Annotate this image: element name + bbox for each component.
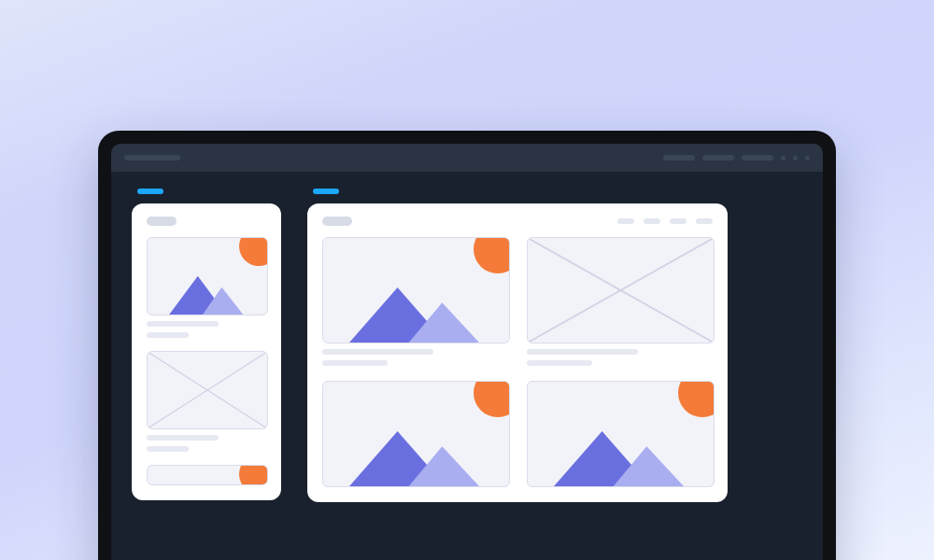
workspace xyxy=(111,172,823,560)
nav-link-placeholder[interactable] xyxy=(644,218,660,224)
card[interactable] xyxy=(147,237,266,338)
app-window xyxy=(111,144,823,560)
card-thumbnail-wireframe xyxy=(527,237,715,343)
card-grid xyxy=(322,237,713,487)
card-title-placeholder xyxy=(147,435,219,441)
canvas-column-desktop xyxy=(307,189,728,502)
sun-icon xyxy=(474,237,510,273)
panel-nav xyxy=(617,218,713,224)
card-thumbnail-wireframe xyxy=(147,351,268,429)
card[interactable] xyxy=(322,237,508,366)
sun-icon xyxy=(678,381,715,417)
window-control-dot[interactable] xyxy=(793,156,798,161)
card[interactable] xyxy=(147,465,266,485)
card-subtitle-placeholder xyxy=(527,360,592,366)
card-thumbnail xyxy=(322,381,510,487)
card-title-placeholder xyxy=(147,321,219,327)
card-thumbnail xyxy=(322,237,510,343)
mountain-icon xyxy=(323,424,509,486)
menu-item-placeholder[interactable] xyxy=(663,155,695,161)
card-thumbnail xyxy=(147,465,268,485)
tab-indicator[interactable] xyxy=(137,189,163,194)
sun-icon xyxy=(474,381,510,417)
card[interactable] xyxy=(527,381,713,487)
card-list xyxy=(147,237,266,485)
tab-indicator[interactable] xyxy=(313,189,339,194)
card-subtitle-placeholder xyxy=(147,446,189,452)
panel-title-placeholder xyxy=(147,217,177,226)
menu-item-placeholder[interactable] xyxy=(742,155,773,161)
card[interactable] xyxy=(147,351,266,452)
page-background xyxy=(0,0,934,560)
window-control-dot[interactable] xyxy=(805,156,810,161)
card-title-placeholder xyxy=(527,349,638,355)
mountain-icon xyxy=(148,269,267,315)
titlebar xyxy=(111,144,823,172)
card[interactable] xyxy=(322,381,508,487)
card-subtitle-placeholder xyxy=(147,332,189,338)
sun-icon xyxy=(239,237,268,266)
canvas-column-mobile xyxy=(132,189,281,500)
canvas-panel[interactable] xyxy=(132,203,281,500)
mountain-icon xyxy=(528,424,714,486)
card-thumbnail xyxy=(527,381,715,487)
app-title-placeholder xyxy=(124,155,180,161)
card[interactable] xyxy=(527,237,713,366)
card-subtitle-placeholder xyxy=(322,360,388,366)
canvas-panel[interactable] xyxy=(307,203,728,502)
laptop-frame xyxy=(98,131,836,560)
menu-item-placeholder[interactable] xyxy=(702,155,734,161)
sun-icon xyxy=(239,465,268,485)
mountain-icon xyxy=(323,280,509,343)
card-thumbnail xyxy=(147,237,268,315)
nav-link-placeholder[interactable] xyxy=(670,218,686,224)
panel-title-placeholder xyxy=(322,217,352,226)
nav-link-placeholder[interactable] xyxy=(696,218,713,224)
window-control-dot[interactable] xyxy=(781,156,785,161)
nav-link-placeholder[interactable] xyxy=(617,218,634,224)
card-title-placeholder xyxy=(322,349,433,355)
